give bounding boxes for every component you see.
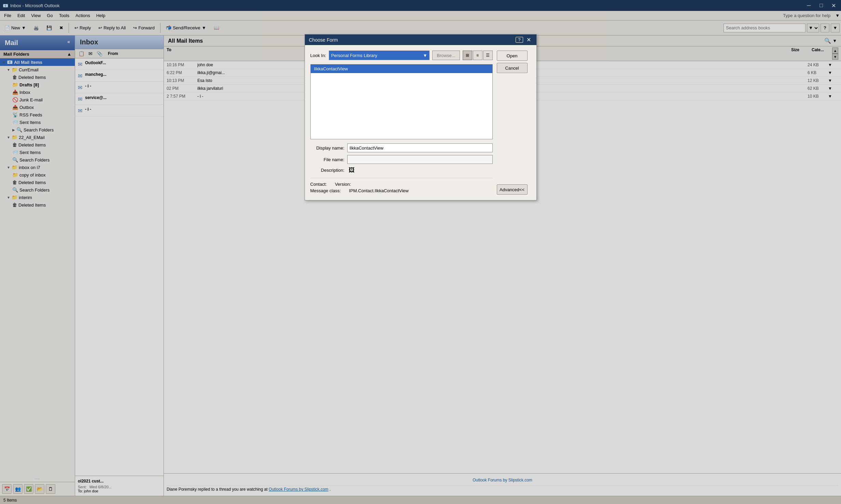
modal-info-contact-row: Contact: Version: (310, 182, 493, 187)
version-label: Version: (335, 182, 351, 187)
look-in-dropdown[interactable]: Personal Forms Library ▼ (329, 51, 430, 60)
list-view-button[interactable]: ☰ (483, 51, 493, 60)
dropdown-arrow-icon: ▼ (423, 53, 427, 58)
description-row: Description: 🖼 (310, 167, 493, 174)
large-icons-view-button[interactable]: ⊞ (463, 51, 472, 60)
look-in-label: Look In: (310, 53, 326, 58)
small-icons-view-button[interactable]: ≡ (473, 51, 482, 60)
list-item[interactable]: IlkkaContactView (311, 65, 492, 73)
modal-title: Choose Form (309, 37, 338, 43)
form-fields: Display name: File name: Description: 🖼 (310, 143, 493, 174)
modal-body-inner: Look In: Personal Forms Library ▼ Browse… (310, 51, 531, 195)
description-icon: 🖼 (349, 167, 355, 174)
modal-close-button[interactable]: ✕ (525, 37, 532, 43)
advanced-button[interactable]: Advanced<< (497, 184, 528, 195)
file-name-label: File name: (310, 157, 345, 162)
modal-main: Look In: Personal Forms Library ▼ Browse… (310, 51, 493, 195)
open-button[interactable]: Open (497, 51, 528, 61)
description-label: Description: (310, 168, 345, 173)
look-in-value: Personal Forms Library (331, 53, 377, 58)
view-buttons: ⊞ ≡ ☰ (463, 51, 493, 60)
modal-info: Contact: Version: Message class: IPM.Con… (310, 178, 493, 193)
choose-form-dialog: Choose Form ? ✕ Look In: Personal Forms … (305, 34, 537, 200)
modal-info-class-row: Message class: IPM.Contact.IlkkaContactV… (310, 188, 493, 193)
form-name: IlkkaContactView (314, 66, 348, 71)
modal-overlay: Choose Form ? ✕ Look In: Personal Forms … (0, 0, 841, 504)
cancel-button[interactable]: Cancel (497, 63, 528, 73)
message-class-value: IPM.Contact.IlkkaContactView (349, 188, 409, 193)
file-name-row: File name: (310, 155, 493, 164)
display-name-row: Display name: (310, 143, 493, 152)
forms-list: IlkkaContactView (310, 64, 493, 139)
browse-button[interactable]: Browse... (432, 51, 460, 60)
modal-buttons-column: Open Cancel Advanced<< (497, 51, 531, 195)
display-name-label: Display name: (310, 145, 345, 151)
look-in-row: Look In: Personal Forms Library ▼ Browse… (310, 51, 493, 60)
contact-label: Contact: (310, 182, 327, 187)
file-name-input[interactable] (347, 155, 493, 164)
modal-help-button[interactable]: ? (516, 37, 523, 43)
modal-title-bar: Choose Form ? ✕ (305, 34, 536, 45)
message-class-label: Message class: (310, 188, 341, 193)
modal-title-controls: ? ✕ (516, 37, 532, 43)
display-name-input[interactable] (347, 143, 493, 152)
modal-body: Look In: Personal Forms Library ▼ Browse… (305, 45, 536, 200)
